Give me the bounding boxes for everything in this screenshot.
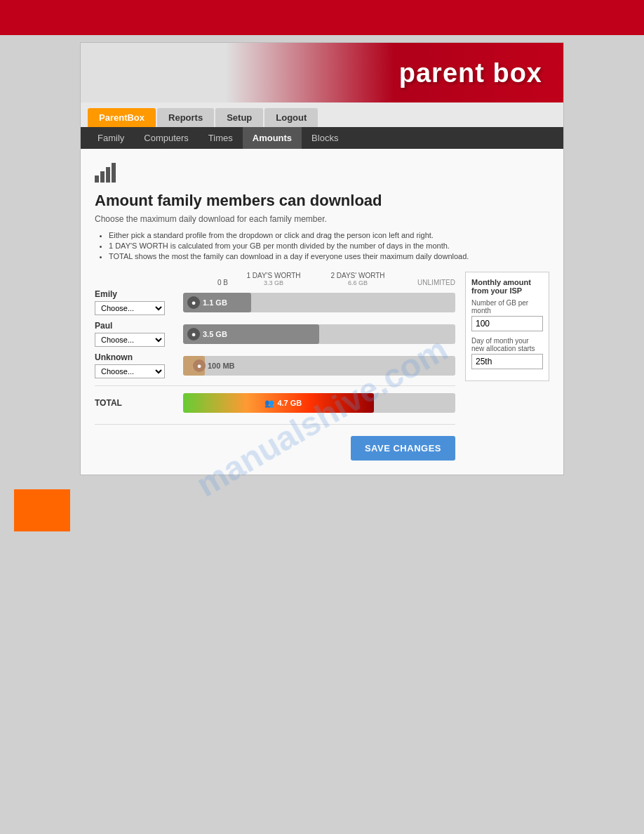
unknown-bar-label: ● 100 MB — [193, 359, 235, 372]
subnav-family[interactable]: Family — [88, 127, 134, 149]
member-left-paul: Paul Choose... — [95, 321, 179, 347]
subnav-amounts[interactable]: Amounts — [243, 127, 302, 149]
member-bar-paul[interactable]: ● 3.5 GB — [183, 324, 455, 344]
nav-tab-reports[interactable]: Reports — [157, 108, 214, 127]
member-row-unknown: Unknown Choose... ● 100 MB — [95, 352, 455, 378]
member-left-unknown: Unknown Choose... — [95, 352, 179, 378]
sidebar-title: Monthly amount from your ISP — [471, 278, 543, 295]
total-bar: 👥 4.7 GB — [183, 393, 455, 413]
header-area: parent box — [81, 43, 563, 102]
member-name-emily: Emily — [95, 289, 179, 299]
page-title: Amount family members can download — [95, 192, 549, 210]
sub-nav: Family Computers Times Amounts Blocks — [81, 127, 563, 149]
bar-zero-label: 0 B — [95, 279, 232, 286]
emily-person-icon: ● — [187, 296, 200, 309]
nav-tabs: ParentBox Reports Setup Logout — [81, 102, 563, 127]
page-subtitle: Choose the maximum daily download for ea… — [95, 214, 549, 224]
emily-bar-label: ● 1.1 GB — [187, 296, 227, 309]
total-label: TOTAL — [95, 398, 179, 408]
paul-bar-fill: ● 3.5 GB — [183, 324, 319, 344]
subnav-times[interactable]: Times — [199, 127, 243, 149]
bullet-2: 1 DAY'S WORTH is calculated from your GB… — [109, 241, 549, 250]
bar-oneday-label: 1 DAY'S WORTH 3.3 GB — [232, 272, 316, 286]
bullet-list: Either pick a standard profile from the … — [109, 231, 549, 260]
paul-bar-label: ● 3.5 GB — [187, 328, 227, 340]
top-red-bar — [0, 0, 644, 35]
page-icon — [95, 163, 549, 187]
nav-tab-parentbox[interactable]: ParentBox — [88, 108, 156, 127]
member-name-unknown: Unknown — [95, 352, 179, 362]
member-select-emily[interactable]: Choose... — [95, 301, 165, 315]
bottom-orange-block — [14, 489, 70, 531]
sidebar-gb-input[interactable] — [471, 316, 543, 331]
total-bar-fill: 👥 4.7 GB — [183, 393, 374, 413]
emily-bar-fill: ● 1.1 GB — [183, 293, 251, 312]
bullet-1: Either pick a standard profile from the … — [109, 231, 549, 239]
paul-person-icon: ● — [187, 328, 200, 340]
member-row-paul: Paul Choose... ● 3.5 GB — [95, 321, 455, 347]
right-sidebar: Monthly amount from your ISP Number of G… — [465, 272, 549, 461]
svg-rect-1 — [100, 171, 105, 183]
member-bar-unknown[interactable]: ● 100 MB — [183, 356, 455, 376]
left-content: 0 B 1 DAY'S WORTH 3.3 GB 2 DAYS' WORTH 6… — [95, 272, 455, 461]
save-section: SAVE CHANGES — [95, 424, 455, 461]
logo: parent box — [399, 58, 542, 88]
total-bar-label: 👥 4.7 GB — [264, 399, 302, 408]
bar-unlimited-label: UNLIMITED — [400, 279, 455, 286]
sidebar-day-input[interactable] — [471, 354, 543, 369]
main-layout: 0 B 1 DAY'S WORTH 3.3 GB 2 DAYS' WORTH 6… — [95, 272, 549, 461]
member-left-emily: Emily Choose... — [95, 289, 179, 315]
svg-rect-2 — [106, 167, 110, 183]
bar-header: 0 B 1 DAY'S WORTH 3.3 GB 2 DAYS' WORTH 6… — [95, 272, 455, 286]
member-row-emily: Emily Choose... ● 1.1 GB — [95, 289, 455, 315]
member-select-unknown[interactable]: Choose... — [95, 364, 165, 378]
content-area: Amount family members can download Choos… — [81, 149, 563, 475]
subnav-computers[interactable]: Computers — [134, 127, 199, 149]
sidebar-day-label: Day of month your new allocation starts — [471, 337, 543, 352]
bullet-3: TOTAL shows the most the family can down… — [109, 252, 549, 260]
nav-tab-logout[interactable]: Logout — [264, 108, 318, 127]
sidebar-gb-label: Number of GB per month — [471, 299, 543, 315]
unknown-person-icon: ● — [193, 359, 206, 372]
svg-rect-3 — [112, 163, 116, 183]
nav-tab-setup[interactable]: Setup — [215, 108, 263, 127]
member-select-paul[interactable]: Choose... — [95, 333, 165, 347]
sidebar-box: Monthly amount from your ISP Number of G… — [465, 272, 549, 381]
main-container: parent box ParentBox Reports Setup Logou… — [80, 42, 564, 475]
member-bar-emily[interactable]: ● 1.1 GB — [183, 293, 455, 312]
save-changes-button[interactable]: SAVE CHANGES — [351, 436, 455, 461]
bar-twoday-label: 2 DAYS' WORTH 6.6 GB — [316, 272, 400, 286]
member-name-paul: Paul — [95, 321, 179, 331]
svg-rect-0 — [95, 176, 99, 183]
subnav-blocks[interactable]: Blocks — [302, 127, 348, 149]
total-row: TOTAL 👥 4.7 GB — [95, 385, 455, 413]
total-group-icon: 👥 — [264, 399, 274, 408]
